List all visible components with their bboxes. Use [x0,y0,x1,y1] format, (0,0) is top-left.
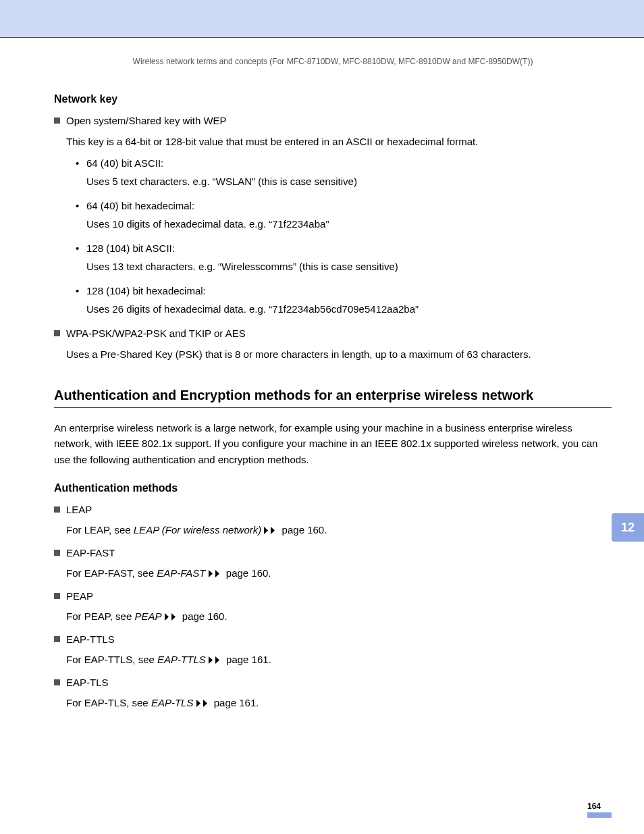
running-header: Wireless network terms and concepts (For… [54,57,612,66]
crossref-arrows-icon [196,696,211,712]
svg-marker-4 [165,613,169,621]
wpa-psk-body: Uses a Pre-Shared Key (PSK) that is 8 or… [66,347,612,363]
method-peap-link[interactable]: PEAP [134,610,161,622]
method-leap-link[interactable]: LEAP (For wireless network) [134,524,262,536]
svg-marker-6 [209,656,213,664]
svg-marker-9 [203,700,207,707]
crossref-arrows-icon [209,567,223,582]
sub-64-ascii-body: Uses 5 text characters. e.g. “WSLAN” (th… [86,174,612,190]
chapter-tab[interactable]: 12 [612,513,644,542]
svg-marker-5 [171,613,176,621]
enterprise-intro: An enterprise wireless network is a larg… [54,420,612,467]
heading-enterprise: Authentication and Encryption methods fo… [54,388,612,403]
method-eaptls-pre: For EAP-TLS, see [66,697,151,708]
method-peap-pre: For PEAP, see [66,610,134,622]
method-leap-name: LEAP [54,502,612,518]
svg-marker-2 [209,570,213,577]
page-body: Wireless network terms and concepts (For… [0,38,644,712]
method-eapfast-page: page 160. [223,567,271,579]
method-eaptls-link[interactable]: EAP-TLS [151,697,194,708]
method-peap-page: page 160. [180,610,227,622]
svg-marker-7 [215,656,219,664]
svg-marker-3 [215,570,219,577]
open-system-intro: This key is a 64-bit or 128-bit value th… [66,134,612,150]
page-number-wrap: 164 [587,802,612,818]
method-leap-body: For LEAP, see LEAP (For wireless network… [66,523,612,539]
method-leap-pre: For LEAP, see [66,524,134,536]
sub-128-ascii-body: Uses 13 text characters. e.g. “Wirelessc… [86,259,612,275]
method-eaptls-body: For EAP-TLS, see EAP-TLS page 161. [66,696,612,712]
crossref-arrows-icon [264,523,279,539]
top-banner [0,0,644,38]
method-eapfast-name: EAP-FAST [54,546,612,561]
bullet-open-system: Open system/Shared key with WEP [54,113,612,129]
sub-64-hex-label: 64 (40) bit hexadecimal: [76,199,612,214]
method-eaptls-name: EAP-TLS [54,675,612,691]
method-eaptls-page: page 161. [211,697,259,708]
method-eapfast-pre: For EAP-FAST, see [66,567,157,579]
method-eapttls-link[interactable]: EAP-TTLS [157,654,206,665]
sub-64-ascii-label: 64 (40) bit ASCII: [76,156,612,172]
sub-128-hex-body: Uses 26 digits of hexadecimal data. e.g.… [86,302,612,317]
heading-auth-methods: Authentication methods [54,482,612,494]
method-eapfast-link[interactable]: EAP-FAST [157,567,205,579]
heading-network-key: Network key [54,93,612,105]
crossref-arrows-icon [209,653,223,669]
method-eapttls-page: page 161. [223,654,271,665]
bullet-wpa-psk: WPA-PSK/WPA2-PSK and TKIP or AES [54,326,612,342]
svg-marker-0 [264,527,268,534]
sub-128-ascii-label: 128 (104) bit ASCII: [76,241,612,257]
page-number-bar [587,812,612,818]
sub-64-hex-body: Uses 10 digits of hexadecimal data. e.g.… [86,217,612,232]
svg-marker-1 [271,527,275,534]
sub-128-hex-label: 128 (104) bit hexadecimal: [76,284,612,299]
method-eapttls-pre: For EAP-TTLS, see [66,654,157,665]
svg-marker-8 [196,700,200,707]
page-number: 164 [587,802,612,811]
method-eapttls-body: For EAP-TTLS, see EAP-TTLS page 161. [66,652,612,669]
method-peap-body: For PEAP, see PEAP page 160. [66,609,612,625]
method-peap-name: PEAP [54,589,612,604]
method-leap-page: page 160. [279,524,327,536]
crossref-arrows-icon [165,610,180,625]
heading-rule [54,407,612,408]
method-eapttls-name: EAP-TTLS [54,632,612,648]
method-eapfast-body: For EAP-FAST, see EAP-FAST page 160. [66,566,612,582]
